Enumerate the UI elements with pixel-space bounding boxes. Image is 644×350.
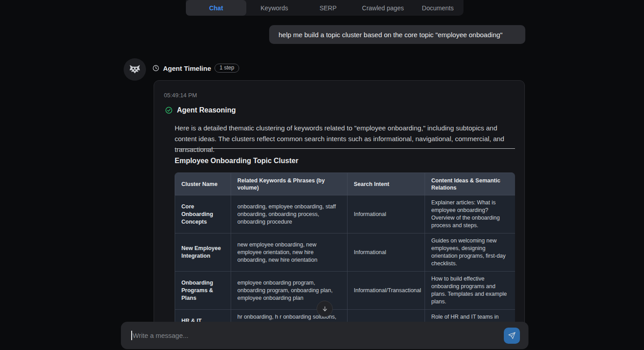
keywords-cell: new employee onboarding, new employee or… bbox=[231, 233, 348, 272]
cluster-name-cell: New Employee Integration bbox=[175, 233, 231, 272]
topic-cluster-table-body: Core Onboarding Conceptsonboarding, empl… bbox=[175, 195, 515, 340]
top-tab-bar: Chat Keywords SERP Crawled pages Documen… bbox=[186, 0, 464, 16]
header-related-keywords: Related Keywords & Phrases (by volume) bbox=[231, 173, 348, 195]
step-timestamp: 05:49:14 PM bbox=[164, 92, 197, 99]
owl-logo-icon bbox=[128, 63, 142, 76]
text-caret bbox=[131, 331, 132, 340]
search-intent-cell: Informational/Transactional bbox=[348, 272, 425, 310]
topic-cluster-table: Cluster Name Related Keywords & Phrases … bbox=[175, 173, 515, 340]
step-count-badge: 1 step bbox=[215, 64, 239, 73]
message-composer bbox=[121, 322, 528, 349]
tab-documents[interactable]: Documents bbox=[412, 0, 464, 16]
reasoning-title: Agent Reasoning bbox=[177, 106, 236, 114]
table-row: New Employee Integrationnew employee onb… bbox=[175, 233, 515, 272]
agent-timeline-header: Agent Timeline 1 step bbox=[152, 64, 239, 73]
table-row: Core Onboarding Conceptsonboarding, empl… bbox=[175, 195, 515, 233]
arrow-down-icon bbox=[321, 305, 329, 313]
header-cluster-name: Cluster Name bbox=[175, 173, 231, 195]
reasoning-header: Agent Reasoning bbox=[165, 106, 236, 114]
content-ideas-cell: How to build effective onboarding progra… bbox=[425, 272, 515, 310]
scroll-to-bottom-button[interactable] bbox=[317, 301, 333, 317]
paper-plane-icon bbox=[508, 332, 516, 340]
table-header-row: Cluster Name Related Keywords & Phrases … bbox=[175, 173, 515, 195]
send-button[interactable] bbox=[504, 328, 520, 344]
reasoning-body-text: Here is a detailed thematic clustering o… bbox=[175, 123, 515, 155]
agent-timeline-label: Agent Timeline bbox=[163, 65, 211, 72]
search-intent-cell: Informational bbox=[348, 195, 425, 233]
content-ideas-cell: Explainer articles: What is employee onb… bbox=[425, 195, 515, 233]
cluster-name-cell: Onboarding Programs & Plans bbox=[175, 272, 231, 310]
tab-keywords[interactable]: Keywords bbox=[246, 0, 302, 16]
check-circle-icon bbox=[165, 106, 173, 114]
tab-serp[interactable]: SERP bbox=[302, 0, 354, 16]
content-ideas-cell: Guides on welcoming new employees, desig… bbox=[425, 233, 515, 272]
agent-step-card: 05:49:14 PM Agent Reasoning Here is a de… bbox=[154, 80, 525, 349]
tab-chat[interactable]: Chat bbox=[186, 0, 246, 16]
agent-avatar bbox=[124, 58, 146, 81]
clock-icon bbox=[152, 65, 159, 72]
header-content-ideas: Content Ideas & Semantic Relations bbox=[425, 173, 515, 195]
horizontal-divider bbox=[175, 148, 515, 149]
user-message-bubble: help me build a topic cluster based on t… bbox=[269, 25, 525, 44]
header-search-intent: Search Intent bbox=[348, 173, 425, 195]
table-row: Onboarding Programs & Plansemployee onbo… bbox=[175, 272, 515, 310]
user-message-text: help me build a topic cluster based on t… bbox=[279, 31, 502, 39]
cluster-name-cell: Core Onboarding Concepts bbox=[175, 195, 231, 233]
message-input[interactable] bbox=[133, 322, 491, 349]
search-intent-cell: Informational bbox=[348, 233, 425, 272]
topic-cluster-heading: Employee Onboarding Topic Cluster bbox=[175, 157, 298, 165]
keywords-cell: onboarding, employee onboarding, staff o… bbox=[231, 195, 348, 233]
tab-crawled-pages[interactable]: Crawled pages bbox=[354, 0, 412, 16]
